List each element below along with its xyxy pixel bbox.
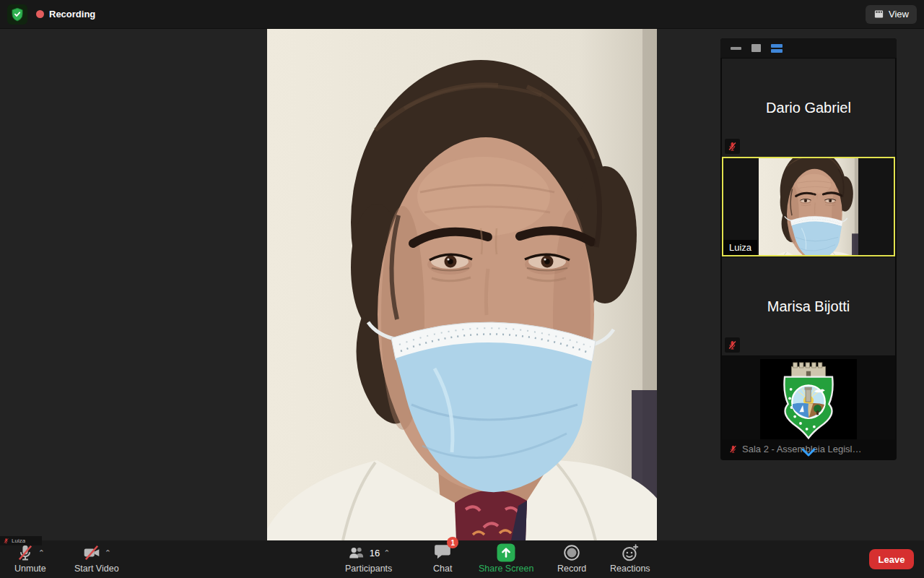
- participants-icon: [347, 543, 366, 562]
- reactions-smiley-icon: [621, 543, 640, 562]
- chat-button[interactable]: 1 Chat: [433, 543, 452, 574]
- muted-mic-icon: [3, 538, 9, 544]
- participant-name: Marisa Bijotti: [767, 298, 850, 315]
- muted-mic-icon: [727, 141, 738, 152]
- scroll-more-participants[interactable]: [800, 447, 817, 457]
- share-screen-label: Share Screen: [479, 564, 533, 574]
- active-speaker-video: [267, 29, 657, 540]
- participant-name: Dario Gabriel: [766, 100, 851, 116]
- record-button[interactable]: Record: [557, 543, 586, 574]
- chat-unread-badge: 1: [447, 537, 458, 548]
- participants-filmstrip: Dario Gabriel Luiza Marisa Bijotti Sala: [720, 38, 897, 460]
- unmute-label: Unmute: [14, 564, 46, 574]
- recording-dot-icon: [36, 10, 44, 18]
- gallery-strip-icon[interactable]: [771, 44, 783, 53]
- top-bar: Recording View: [0, 0, 924, 29]
- top-bar-left: Recording: [7, 4, 95, 25]
- reactions-button[interactable]: Reactions: [610, 543, 650, 574]
- participant-name: Luiza: [723, 240, 757, 255]
- start-video-button[interactable]: ⌃ Start Video: [74, 543, 119, 574]
- self-view-label: Luiza: [0, 536, 42, 545]
- participants-button[interactable]: 16 ⌃ Participants: [345, 543, 392, 574]
- speaker-view-icon[interactable]: [751, 44, 761, 52]
- participant-video-thumbnail: [760, 359, 857, 440]
- ceara-coat-of-arms: [774, 360, 843, 439]
- meeting-toolbar: ⌃ Unmute ⌃ Start Video 16 ⌃ Participants: [0, 540, 924, 578]
- muted-mic-icon: [16, 543, 35, 562]
- participants-count: 16: [370, 548, 380, 558]
- participant-video-thumbnail: [759, 158, 858, 255]
- reactions-label: Reactions: [610, 564, 650, 574]
- muted-mic-badge: [725, 337, 740, 353]
- camera-off-icon: [82, 543, 101, 562]
- self-view-name: Luiza: [12, 538, 25, 544]
- participant-tile-marisa-bijotti[interactable]: Marisa Bijotti: [722, 257, 895, 355]
- video-options-chevron[interactable]: ⌃: [105, 549, 111, 556]
- share-screen-button[interactable]: Share Screen: [479, 543, 533, 574]
- speaker-portrait: [267, 29, 657, 540]
- recording-indicator: Recording: [36, 9, 95, 20]
- muted-mic-icon: [728, 444, 738, 454]
- filmstrip-header: [720, 38, 897, 58]
- chevron-down-icon: [800, 447, 817, 457]
- zoom-meeting-window: Recording View Luiza Dario Gabriel: [0, 0, 924, 578]
- encryption-shield-icon: [10, 7, 25, 22]
- collapse-strip-icon[interactable]: [731, 47, 741, 50]
- participant-tile-sala-2[interactable]: Sala 2 - Assembleia Legisl…: [722, 356, 895, 458]
- record-icon: [562, 543, 581, 562]
- recording-label: Recording: [49, 9, 95, 20]
- view-button-label: View: [889, 9, 909, 20]
- leave-button[interactable]: Leave: [869, 549, 914, 569]
- unmute-button[interactable]: ⌃ Unmute: [14, 543, 46, 574]
- chat-label: Chat: [433, 564, 452, 574]
- muted-mic-badge: [725, 139, 740, 154]
- view-button[interactable]: View: [866, 5, 917, 24]
- participant-tile-dario-gabriel[interactable]: Dario Gabriel: [722, 59, 895, 157]
- encryption-shield-chip[interactable]: [7, 4, 27, 25]
- muted-mic-icon: [727, 340, 738, 350]
- gallery-view-icon: [873, 9, 884, 20]
- share-screen-icon: [497, 543, 515, 562]
- participant-tile-luiza[interactable]: Luiza: [722, 157, 895, 256]
- participants-label: Participants: [345, 564, 392, 574]
- record-label: Record: [557, 564, 586, 574]
- start-video-label: Start Video: [74, 564, 119, 574]
- audio-options-chevron[interactable]: ⌃: [38, 549, 45, 556]
- participant-portrait: [759, 158, 858, 255]
- participants-options-chevron[interactable]: ⌃: [383, 549, 390, 556]
